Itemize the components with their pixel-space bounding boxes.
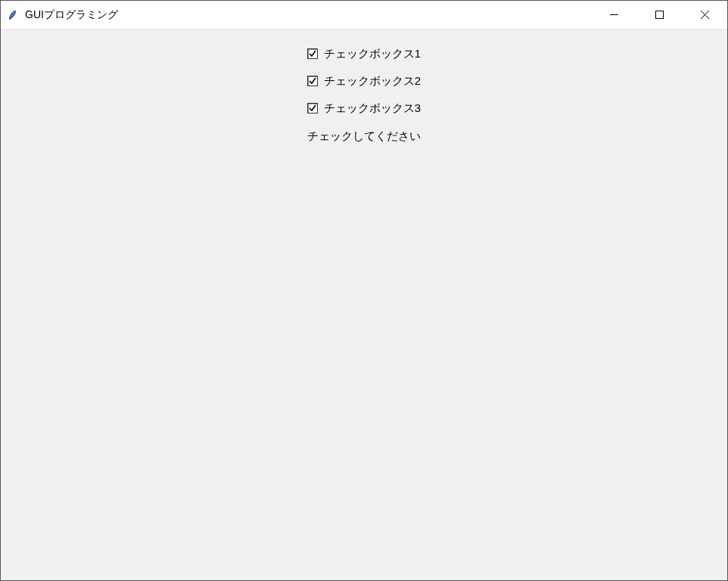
svg-rect-1 <box>655 11 663 19</box>
check-icon <box>309 104 316 112</box>
maximize-button[interactable] <box>636 1 682 29</box>
app-icon <box>7 9 19 21</box>
checkbox-3-row: チェックボックス3 <box>307 95 421 122</box>
checkbox-1[interactable] <box>307 48 318 59</box>
check-icon <box>309 50 316 57</box>
window-title: GUIプログラミング <box>25 8 591 22</box>
checkbox-3-label: チェックボックス3 <box>324 101 421 116</box>
check-icon <box>309 77 316 85</box>
checkbox-1-row: チェックボックス1 <box>307 40 421 67</box>
info-label: チェックしてください <box>307 129 421 144</box>
minimize-button[interactable] <box>591 1 636 29</box>
checkbox-2-label: チェックボックス2 <box>324 74 421 89</box>
checkbox-2[interactable] <box>307 76 318 86</box>
window-controls <box>591 1 727 29</box>
checkbox-2-row: チェックボックス2 <box>307 67 421 95</box>
window-titlebar: GUIプログラミング <box>1 1 727 30</box>
close-button[interactable] <box>682 1 727 29</box>
client-area: チェックボックス1 チェックボックス2 チェックボックス3 チェックしてください <box>1 30 727 580</box>
checkbox-1-label: チェックボックス1 <box>324 47 421 61</box>
checkbox-3[interactable] <box>307 103 318 113</box>
